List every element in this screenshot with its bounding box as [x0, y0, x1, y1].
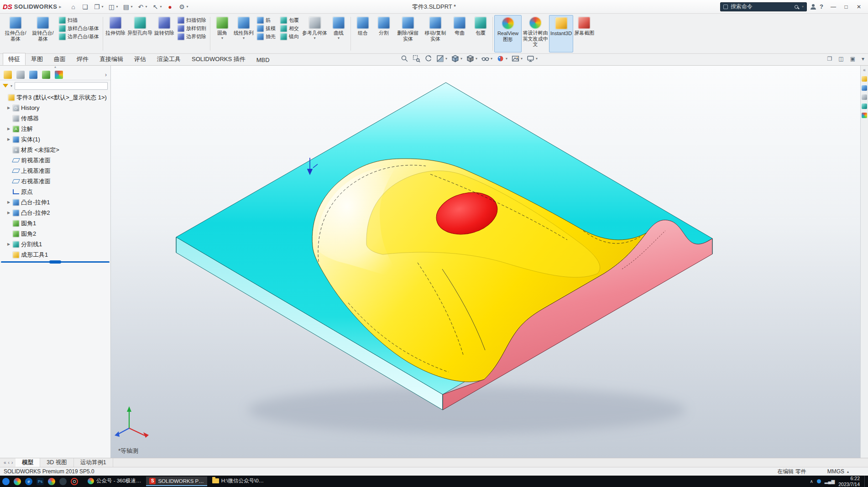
view-orientation-button[interactable]: ▾ [451, 55, 462, 62]
shell-button[interactable]: 抽壳 [256, 33, 277, 41]
tray-hidden-icons-chevron[interactable]: ∧ [810, 479, 813, 484]
delete-keep-body-button[interactable]: 删除/保留实体 [394, 15, 422, 52]
tree-item[interactable]: 原点 [0, 187, 110, 197]
propertymanager-tab-icon[interactable] [16, 71, 25, 79]
screen-capture-button[interactable]: 屏幕截图 [573, 15, 595, 52]
tree-item[interactable]: 圆角1 [0, 218, 110, 228]
revolved-cut-button[interactable]: 旋转切除 [153, 15, 175, 52]
open-button[interactable]: ❐▾ [91, 2, 105, 11]
document-tab-1[interactable]: 3D 视图 [40, 458, 73, 467]
command-tab-3[interactable]: 焊件 [71, 53, 94, 65]
collapse-taskpane-icon[interactable]: « [863, 67, 866, 73]
tree-root-item[interactable]: 零件3 (默认<<默认>_显示状态 1>) [0, 92, 110, 103]
tree-item[interactable]: ▶分割线1 [0, 239, 110, 249]
options-button[interactable]: ⚙▾ [177, 2, 190, 11]
expand-arrow-icon[interactable]: ▶ [6, 200, 11, 204]
tree-item[interactable]: 传感器 [0, 113, 110, 124]
rib-button[interactable]: 筋 [256, 16, 277, 24]
user-account-icon[interactable] [810, 4, 816, 10]
view-palette-icon[interactable] [862, 104, 867, 109]
swept-cut-button[interactable]: 扫描切除 [176, 16, 208, 24]
sweep-button[interactable]: 扫描 [58, 16, 100, 24]
command-tab-6[interactable]: 渲染工具 [152, 53, 186, 65]
rollback-bar[interactable] [1, 261, 110, 263]
expand-arrow-icon[interactable]: ▶ [6, 127, 11, 131]
view-settings-button[interactable]: ▾ [527, 55, 538, 62]
tray-app-icon[interactable] [817, 479, 821, 483]
dropdown-caret-icon[interactable]: ▾ [491, 57, 492, 61]
expand-arrow-icon[interactable]: ▶ [6, 106, 11, 110]
taskbar-clock[interactable]: 6:22 2023/7/14 [838, 476, 861, 487]
design-library-icon[interactable] [862, 85, 867, 91]
home-button[interactable]: ⌂ [68, 2, 78, 11]
sw-resources-icon[interactable] [862, 76, 867, 82]
search-icon[interactable] [795, 5, 798, 9]
minimize-button[interactable]: — [827, 4, 840, 10]
boundary-cut-button[interactable]: 边界切除 [176, 33, 208, 41]
opera-browser-button[interactable]: O [70, 477, 78, 486]
dropdown-caret-icon[interactable]: ▾ [506, 57, 507, 61]
dropdown-caret-icon[interactable]: ▾ [131, 5, 132, 9]
search-caret-icon[interactable]: ▾ [802, 5, 804, 9]
split-button[interactable]: 分割 [373, 15, 394, 52]
zoom-fit-button[interactable] [401, 55, 408, 62]
fillet-button[interactable]: 圆角▾ [212, 15, 233, 52]
command-tab-4[interactable]: 直接编辑 [94, 53, 129, 65]
instant3d-button[interactable]: Instant3D [549, 15, 573, 52]
file-explorer-icon[interactable] [862, 94, 867, 100]
zoom-area-button[interactable] [413, 55, 420, 62]
tree-item[interactable]: ▶◷History [0, 103, 110, 113]
wrap-button[interactable]: 包覆 [279, 16, 300, 24]
dimxpert-tab-icon[interactable] [42, 71, 50, 79]
dropdown-caret-icon[interactable]: ▾ [521, 57, 523, 61]
close-button[interactable]: ✕ [852, 4, 865, 10]
loft-button[interactable]: 放样凸台/基体 [58, 25, 100, 32]
tree-item[interactable]: ▶凸台-拉伸1 [0, 197, 110, 207]
status-units[interactable]: MMGS▴ [827, 468, 849, 475]
dropdown-caret-icon[interactable]: ▾ [536, 57, 538, 61]
dropdown-caret-icon[interactable]: ▾ [314, 36, 316, 40]
realview-graphics-button[interactable]: RealView图形 [494, 15, 522, 52]
dropdown-caret-icon[interactable]: ▾ [338, 36, 340, 40]
filter-caret-icon[interactable]: ▾ [10, 84, 12, 88]
new-document-button[interactable]: ❏ [79, 2, 90, 11]
command-tab-7[interactable]: SOLIDWORKS 插件 [186, 53, 251, 65]
section-view-button[interactable]: ▾ [436, 55, 447, 62]
document-tab-2[interactable]: 运动算例1 [74, 458, 113, 467]
extruded-cut-button[interactable]: 拉伸切除 [105, 15, 126, 52]
featuremanager-tab-icon[interactable] [4, 71, 12, 79]
expand-arrow-icon[interactable]: ▶ [6, 211, 11, 215]
select-button[interactable]: ↖▾ [150, 2, 164, 11]
taskbar-task-0[interactable]: 公众号 - 360极速… [84, 477, 144, 486]
configurationmanager-tab-icon[interactable] [29, 71, 37, 79]
app-blue-circle-button[interactable] [2, 477, 10, 486]
edit-appearance-button[interactable]: ▾ [497, 55, 507, 62]
tree-item[interactable]: 成形工具1 [0, 249, 110, 260]
draft-button[interactable]: 拔模 [256, 25, 277, 32]
tree-item[interactable]: ▶A注解 [0, 124, 110, 134]
appearances-icon[interactable] [862, 113, 867, 118]
dropdown-caret-icon[interactable]: ▾ [445, 57, 447, 61]
combine-button[interactable]: 组合 [352, 15, 373, 52]
command-search-box[interactable]: 搜索命令 ▾ [720, 2, 807, 11]
model-3d-view[interactable] [111, 66, 860, 458]
dropdown-caret-icon[interactable]: ▾ [101, 5, 103, 9]
undo-button[interactable]: ↶▾ [135, 2, 149, 11]
edge-browser-button[interactable]: e [25, 477, 33, 486]
dropdown-caret-icon[interactable]: ▾ [116, 5, 118, 9]
graphics-area[interactable]: *等轴测 [111, 66, 860, 458]
translate-tree-button[interactable]: 将设计树由英文改成中文 [522, 15, 549, 52]
tree-filter-input[interactable] [15, 82, 108, 90]
tree-item[interactable]: 圆角2 [0, 228, 110, 239]
chrome-browser-button[interactable] [47, 477, 56, 486]
command-tab-0[interactable]: 特征 [3, 53, 26, 65]
dropdown-caret-icon[interactable]: ▾ [221, 36, 223, 40]
taskbar-task-1[interactable]: SSOLIDWORKS P… [146, 477, 207, 486]
dropdown-caret-icon[interactable]: ▾ [187, 5, 188, 9]
document-tab-0[interactable]: 模型 [16, 458, 40, 467]
tree-item[interactable]: ▶实体(1) [0, 134, 110, 145]
flex-button[interactable]: 弯曲 [449, 15, 470, 52]
mirror-button[interactable]: 镜向 [279, 33, 300, 41]
pane-previous-icon[interactable]: ❐ [827, 56, 832, 62]
command-tab-1[interactable]: 草图 [26, 53, 48, 65]
